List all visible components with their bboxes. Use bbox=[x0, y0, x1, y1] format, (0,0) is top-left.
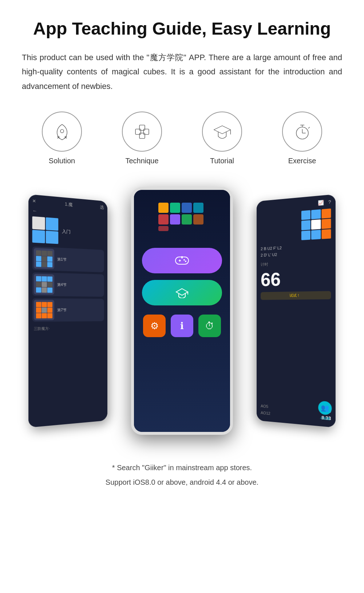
bottom-buttons: ⚙ ℹ ⏱ bbox=[143, 315, 221, 337]
svg-rect-1 bbox=[139, 125, 145, 130]
svg-marker-5 bbox=[214, 126, 230, 134]
page-container: App Teaching Guide, Easy Learning This p… bbox=[0, 0, 364, 511]
settings-button[interactable]: ⚙ bbox=[143, 315, 166, 337]
technique-label: Technique bbox=[125, 157, 158, 165]
svg-point-0 bbox=[60, 129, 63, 133]
svg-rect-3 bbox=[135, 129, 141, 134]
timer-icon: ⏱ bbox=[205, 320, 214, 332]
hint-banner: 试试！ bbox=[261, 291, 331, 300]
svg-marker-28 bbox=[176, 289, 188, 295]
svg-rect-4 bbox=[143, 129, 149, 134]
left-phone-close: ✕ bbox=[32, 198, 36, 205]
stopwatch-icon bbox=[292, 122, 312, 142]
phone-center-inner: ⚙ ℹ ⏱ bbox=[134, 190, 230, 432]
svg-line-12 bbox=[308, 127, 310, 129]
technique-icon-circle bbox=[122, 112, 162, 152]
info-icon: ℹ bbox=[180, 320, 184, 332]
exercise-icon-circle bbox=[282, 112, 322, 152]
phone-right: 📈 ? bbox=[257, 194, 336, 428]
lesson-item-3: 第7节 bbox=[32, 298, 104, 322]
timer-button[interactable]: ⏱ bbox=[198, 315, 221, 337]
svg-rect-27 bbox=[181, 256, 183, 258]
solution-icon-circle bbox=[42, 112, 82, 152]
svg-rect-19 bbox=[182, 214, 192, 225]
features-row: Solution Technique bbox=[22, 112, 342, 165]
timer-number: 66 bbox=[261, 267, 331, 290]
app-logo bbox=[155, 201, 209, 235]
assistant-button[interactable]: 👥 小助教 bbox=[318, 401, 332, 422]
solution-label: Solution bbox=[49, 157, 75, 165]
svg-rect-13 bbox=[158, 203, 169, 213]
svg-rect-16 bbox=[193, 203, 203, 213]
left-phone-chapter: 1.魔 bbox=[65, 201, 73, 208]
lesson-item-1: 第1节 bbox=[32, 246, 104, 272]
assistant-icon: 👥 bbox=[318, 401, 332, 416]
svg-point-26 bbox=[185, 261, 186, 262]
feature-solution: Solution bbox=[42, 112, 82, 165]
cross-icon bbox=[132, 122, 152, 142]
tutorial-label: Tutorial bbox=[210, 157, 234, 165]
exercise-label: Exercise bbox=[288, 157, 316, 165]
right-phone-icon2: ? bbox=[328, 199, 331, 205]
left-phone-select: 选 bbox=[100, 204, 104, 211]
info-button[interactable]: ℹ bbox=[171, 315, 193, 337]
lesson-label-1: 第1节 bbox=[57, 257, 66, 262]
lesson-label-2: 第4节 bbox=[57, 282, 66, 288]
feature-tutorial: Tutorial bbox=[202, 112, 242, 165]
phone-center: ⚙ ℹ ⏱ bbox=[131, 187, 233, 435]
phone-left: ✕ 1.魔 选 ← bbox=[28, 194, 107, 428]
footer: * Search "Giiker" in mainstream app stor… bbox=[22, 460, 342, 489]
svg-rect-15 bbox=[182, 203, 192, 213]
feature-technique: Technique bbox=[122, 112, 162, 165]
graduation-cap-icon bbox=[212, 122, 232, 142]
lesson-label-3: 第7节 bbox=[57, 308, 66, 313]
timer-label: 计时 bbox=[261, 260, 331, 268]
footer-line1: * Search "Giiker" in mainstream app stor… bbox=[22, 460, 342, 475]
lesson-item-2: 第4节 bbox=[32, 272, 104, 297]
left-section-title: 入门 bbox=[62, 229, 104, 237]
svg-point-25 bbox=[183, 259, 185, 261]
game-button[interactable] bbox=[142, 248, 222, 273]
svg-rect-17 bbox=[158, 214, 169, 225]
svg-rect-18 bbox=[170, 214, 180, 225]
svg-rect-21 bbox=[158, 226, 169, 231]
rocket-icon bbox=[52, 122, 72, 142]
footer-line2: Support iOS8.0 or above, android 4.4 or … bbox=[22, 475, 342, 489]
feature-exercise: Exercise bbox=[282, 112, 322, 165]
assistant-label: 小助教 bbox=[320, 416, 330, 422]
page-description: This product can be used with the "魔方学院"… bbox=[22, 50, 342, 94]
svg-rect-20 bbox=[193, 214, 203, 225]
svg-rect-14 bbox=[170, 203, 180, 213]
right-phone-icon1: 📈 bbox=[318, 200, 324, 206]
formula-text: 2 B U2 F' L2 2 D' L' U2 bbox=[261, 242, 331, 259]
settings-icon: ⚙ bbox=[150, 320, 159, 332]
tutorial-icon-circle bbox=[202, 112, 242, 152]
page-title: App Teaching Guide, Easy Learning bbox=[22, 18, 342, 39]
svg-rect-2 bbox=[139, 133, 145, 139]
phones-section: ✕ 1.魔 选 ← bbox=[22, 187, 342, 442]
left-phone-back: ← bbox=[32, 208, 37, 214]
left-phone-bottom-label: 三阶魔方· bbox=[32, 325, 104, 332]
tutorial-button[interactable] bbox=[142, 280, 222, 305]
